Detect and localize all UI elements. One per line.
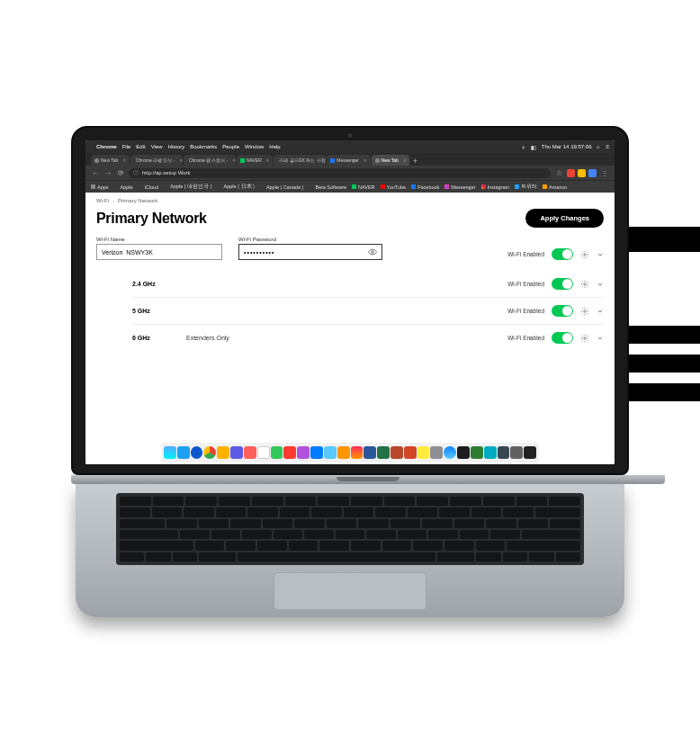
close-icon[interactable]: × xyxy=(233,157,236,163)
dock-app[interactable] xyxy=(324,446,337,459)
menubar-app[interactable]: Chrome xyxy=(96,144,117,149)
wifi-icon[interactable]: ⏚ xyxy=(522,144,525,149)
dock-app[interactable] xyxy=(283,446,296,459)
dock-app[interactable] xyxy=(351,446,363,459)
back-button[interactable]: ← xyxy=(91,168,100,177)
dock-app-excel[interactable] xyxy=(377,446,390,459)
gear-icon[interactable] xyxy=(580,307,589,316)
dock-app-powerpoint[interactable] xyxy=(390,446,403,459)
menu-people[interactable]: People xyxy=(222,144,239,149)
browser-tab[interactable]: New Tab× xyxy=(91,155,130,166)
site-info-icon[interactable]: ⓘ xyxy=(133,169,139,177)
browser-tab-active[interactable]: New Tab× xyxy=(372,155,410,166)
dock-app[interactable] xyxy=(484,446,497,459)
dock-app[interactable] xyxy=(337,446,350,459)
browser-tab[interactable]: NAVER× xyxy=(237,155,273,166)
bookmark-item[interactable]: Apple ( 대한민국 ) xyxy=(164,184,211,190)
dock-app-appstore[interactable] xyxy=(444,446,456,459)
apply-changes-button[interactable]: Apply Changes xyxy=(525,209,604,228)
gear-icon[interactable] xyxy=(580,334,589,343)
close-icon[interactable]: × xyxy=(266,157,270,163)
menu-bookmarks[interactable]: Bookmarks xyxy=(190,144,217,149)
dock-app[interactable] xyxy=(457,446,470,459)
dock-app[interactable] xyxy=(244,446,256,459)
bookmark-item[interactable]: Apple xyxy=(114,184,133,190)
dock-app[interactable] xyxy=(471,446,483,459)
spotlight-icon[interactable]: ⌕ xyxy=(597,144,600,149)
menu-view[interactable]: View xyxy=(151,144,163,149)
forward-button[interactable]: → xyxy=(103,168,112,177)
menu-help[interactable]: Help xyxy=(269,144,280,149)
dock-app[interactable] xyxy=(230,446,243,459)
dock-app-trash[interactable] xyxy=(524,446,536,459)
bookmark-item[interactable]: iCloud xyxy=(139,184,159,190)
dock-app-settings[interactable] xyxy=(510,446,523,459)
close-icon[interactable]: × xyxy=(180,157,183,163)
breadcrumb-root[interactable]: Wi-Fi xyxy=(96,198,109,203)
bookmark-item[interactable]: Amazon xyxy=(543,184,567,190)
menu-window[interactable]: Window xyxy=(245,144,264,149)
chevron-down-icon[interactable] xyxy=(597,281,604,288)
bookmark-item[interactable]: Instagram xyxy=(481,184,509,190)
bookmark-item[interactable]: Facebook xyxy=(411,184,439,190)
band-toggle[interactable] xyxy=(552,278,573,290)
address-bar[interactable]: ⓘ http://ap.setup Work xyxy=(129,168,551,178)
dock-app[interactable] xyxy=(310,446,323,459)
dock-app-calendar[interactable] xyxy=(257,446,270,459)
notifications-icon[interactable]: ≡ xyxy=(606,144,609,149)
dock-app[interactable] xyxy=(191,446,203,459)
gear-icon[interactable] xyxy=(580,280,589,289)
bookmark-apps[interactable]: Apps xyxy=(91,184,109,190)
menubar-clock[interactable]: Thu Mar 14 19:57:06 xyxy=(542,144,592,149)
chevron-down-icon[interactable] xyxy=(597,335,604,342)
extension-icon[interactable] xyxy=(567,169,575,177)
dock-app-finder[interactable] xyxy=(164,446,176,459)
band-toggle[interactable] xyxy=(552,332,573,344)
bookmark-item[interactable]: Apple ( Canada ) xyxy=(260,184,304,190)
browser-tab[interactable]: 카페 골프GX 하는 사람× xyxy=(274,155,326,166)
bookmark-item[interactable]: NAVER xyxy=(352,184,375,190)
dock-app[interactable] xyxy=(297,446,310,459)
dock-app[interactable] xyxy=(430,446,443,459)
menu-edit[interactable]: Edit xyxy=(136,144,145,149)
dock-app[interactable] xyxy=(498,446,510,459)
favicon-icon xyxy=(94,158,99,163)
browser-tab[interactable]: Chrome 라벨 인식 - × xyxy=(130,155,183,166)
battery-icon[interactable]: ▮▯ xyxy=(531,144,536,150)
reload-button[interactable]: ⟳ xyxy=(116,168,125,177)
dock-app[interactable] xyxy=(271,446,283,459)
bookmark-item[interactable]: YouTube xyxy=(381,184,407,190)
bookmark-item[interactable]: Beta Software xyxy=(309,184,346,190)
wifi-password-input[interactable]: •••••••••• xyxy=(238,244,382,260)
browser-tab[interactable]: Chrome 웹 스토어 - × xyxy=(184,155,236,166)
bookmark-item[interactable]: Messenger xyxy=(444,184,475,190)
close-icon[interactable]: × xyxy=(122,157,126,163)
dock-app-kakaotalk[interactable] xyxy=(417,446,430,459)
dock-app[interactable] xyxy=(404,446,417,459)
menu-file[interactable]: File xyxy=(122,144,131,149)
bookmark-item[interactable]: Apple ( 日本 ) xyxy=(218,184,255,190)
dock-app[interactable] xyxy=(217,446,229,459)
wifi-enabled-toggle[interactable] xyxy=(552,248,573,260)
dock-app-chrome[interactable] xyxy=(203,446,216,459)
close-icon[interactable]: × xyxy=(403,157,407,163)
menu-icon[interactable]: ⋮ xyxy=(600,168,609,177)
extension-icon[interactable] xyxy=(578,169,586,177)
star-icon[interactable]: ☆ xyxy=(554,168,563,177)
gear-icon[interactable] xyxy=(580,250,589,259)
chevron-down-icon[interactable] xyxy=(597,251,604,258)
chevron-down-icon[interactable] xyxy=(597,308,604,315)
browser-tab[interactable]: Messenger× xyxy=(327,155,370,166)
show-password-icon[interactable] xyxy=(368,247,377,256)
bookmark-item[interactable]: 트위터 xyxy=(515,184,537,190)
wifi-enabled-label: Wi-Fi Enabled xyxy=(507,251,544,257)
dock-app-safari[interactable] xyxy=(177,446,190,459)
extension-icon[interactable] xyxy=(588,169,597,177)
new-tab-button[interactable]: + xyxy=(410,157,419,166)
close-icon[interactable]: × xyxy=(363,157,367,163)
wifi-name-input[interactable] xyxy=(96,244,222,260)
dock-app-word[interactable] xyxy=(363,446,376,459)
band-row-5ghz: 5 GHz Wi-Fi Enabled xyxy=(132,298,604,325)
menu-history[interactable]: History xyxy=(168,144,185,149)
band-toggle[interactable] xyxy=(552,305,573,317)
